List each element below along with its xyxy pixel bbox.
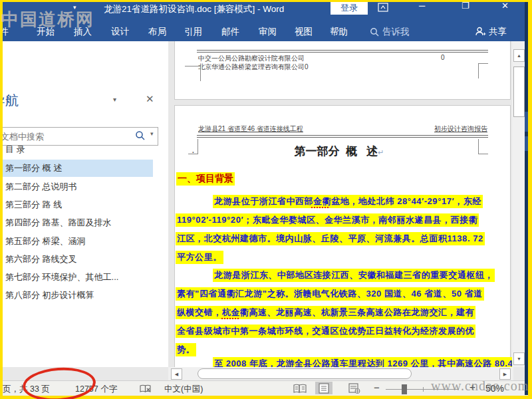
footer-company-2: 北京华通公路桥梁监理咨询有限公司0 xyxy=(198,63,309,72)
frame-border xyxy=(528,0,532,399)
body-line[interactable]: 至 2008 年底，龙游全县公路通车里程达到 1269 公里，其中高速公路 80… xyxy=(213,357,512,367)
nav-pane-close-icon[interactable]: ✕ xyxy=(146,93,154,105)
page-previous: 中交一公局公路勘察设计院有限公司 0 北京华通公路桥梁监理咨询有限公司0 xyxy=(174,41,511,100)
body-line[interactable]: 江区，北交杭州建德市。境内山脉、丘陵、平原、河流兼具。总面积1138. 72 xyxy=(176,232,485,245)
section-title-text: 第一部分 概 述 xyxy=(295,145,378,158)
body-line[interactable]: 纵横交错，杭金衢高速、龙丽高速、杭新景三条高速公路在龙游交汇，建有 xyxy=(176,306,475,319)
frame-border xyxy=(0,0,3,399)
body-line[interactable]: 119°02′-119°20′；东毗金华婺城区、金华兰溪市，南邻丽水遂昌县，西接… xyxy=(176,213,479,227)
nav-heading-toc[interactable]: 目 录 xyxy=(0,141,153,158)
ribbon-display-options-icon[interactable] xyxy=(378,3,388,12)
horizontal-scrollbar[interactable]: ◀ ▶ xyxy=(168,367,513,380)
tell-me-search-icon[interactable] xyxy=(370,27,379,37)
proofing-error-icon[interactable] xyxy=(140,384,152,394)
nav-heading-part8[interactable]: 第八部分 初步设计概算 xyxy=(0,287,153,304)
share-person-icon[interactable] xyxy=(475,27,486,37)
zoom-slider-thumb[interactable] xyxy=(402,384,407,394)
zoom-out-button[interactable]: − xyxy=(374,382,380,393)
document-section-title[interactable]: 第一部分 概 述↵ xyxy=(175,144,503,159)
scroll-up-icon[interactable]: ▲ xyxy=(513,49,525,62)
minimize-button[interactable]: ─ xyxy=(419,1,425,11)
language-status[interactable]: 中文(中国) xyxy=(164,384,203,395)
footer-company-1: 中交一公局公路勘察设计院有限公司 xyxy=(198,54,305,63)
tab-home[interactable]: 开始 xyxy=(37,26,55,38)
read-mode-button[interactable] xyxy=(291,382,309,394)
body-line[interactable]: 平方公里。 xyxy=(176,251,223,264)
document-canvas[interactable]: 中交一公局公路勘察设计院有限公司 0 北京华通公路桥梁监理咨询有限公司0 龙游县… xyxy=(168,41,512,367)
nav-heading-part5[interactable]: 第五部分 桥梁、涵洞 xyxy=(0,233,153,250)
body-line[interactable]: 龙游是浙江东、中部地区连接江西、安徽和福建三省的重要交通枢纽， xyxy=(213,269,495,282)
nav-pane-dropdown-icon[interactable]: ▾ xyxy=(113,96,116,103)
window-title: 龙游21省道路初设咨询.doc [兼容模式] - Word xyxy=(104,3,284,15)
share-button[interactable]: 共享 xyxy=(489,26,507,38)
navigation-pane-title: 导航 xyxy=(0,92,19,110)
zoom-slider-center-tick xyxy=(423,387,424,392)
tab-design[interactable]: 设计 xyxy=(111,26,129,38)
zoom-in-button[interactable]: + xyxy=(469,381,475,392)
paragraph-mark: ↵ xyxy=(378,148,384,156)
header-left: 龙游县21 省道至46 省道连接线工程 xyxy=(198,124,303,134)
scroll-left-icon[interactable]: ◀ xyxy=(171,368,182,380)
scroll-right-icon[interactable]: ▶ xyxy=(499,368,511,380)
print-layout-button[interactable] xyxy=(315,382,332,394)
footer-page-number: 0 xyxy=(441,54,445,61)
tab-review[interactable]: 审阅 xyxy=(259,26,277,38)
nav-heading-part1[interactable]: 第一部分 概 述 xyxy=(0,160,153,177)
vertical-scrollbar[interactable]: ▲ ▼ xyxy=(512,41,525,367)
header-right: 初步设计咨询报告 xyxy=(434,124,487,134)
frame-border xyxy=(0,0,532,2)
nav-heading-part6[interactable]: 第六部分 路线交叉 xyxy=(0,251,153,268)
zoom-slider-track[interactable] xyxy=(386,389,459,390)
navigation-pane: 导航 ▾ ✕ 在文档中搜索 ▾ 标题 页面 结果 目 录 第一部分 概 述 第二… xyxy=(0,41,169,367)
margin-mark xyxy=(191,66,201,81)
web-layout-button[interactable] xyxy=(346,382,363,394)
spellcheck-squiggle xyxy=(311,207,329,208)
scroll-down-icon[interactable]: ▼ xyxy=(513,352,525,365)
maximize-button[interactable]: ❐ xyxy=(462,1,469,11)
login-button[interactable]: 登录 xyxy=(331,1,368,15)
search-magnifier-icon[interactable] xyxy=(135,130,145,140)
tab-layout[interactable]: 布局 xyxy=(148,26,166,38)
search-dropdown-icon[interactable]: ▾ xyxy=(150,130,154,137)
nav-heading-part3[interactable]: 第三部分 路 线 xyxy=(0,196,153,213)
tab-mailings[interactable]: 邮件 xyxy=(221,26,239,38)
body-line[interactable]: 全省县级城市中第一条城市环线，交通区位优势正日益转化为经济发展的优 xyxy=(176,325,475,338)
body-line[interactable]: 龙游县位于浙江省中西部金衢盆地，地处北纬 28°44′-29°17′，东经 xyxy=(213,195,483,208)
horizontal-scroll-thumb[interactable] xyxy=(198,368,412,379)
body-line[interactable]: 素有"四省通衢汇龙游"之称。浙赣电气化铁路、320 国道、46 省道、50 省道 xyxy=(176,287,484,301)
tab-help[interactable]: 帮助 xyxy=(330,26,348,38)
tab-view[interactable]: 视图 xyxy=(295,26,313,38)
heading-project-background[interactable]: 一、项目背景 xyxy=(176,172,235,186)
nav-heading-part7[interactable]: 第七部分 环境保护、其他工... xyxy=(0,269,153,286)
spellcheck-squiggle xyxy=(221,318,239,319)
margin-mark xyxy=(478,63,488,78)
tab-references[interactable]: 引用 xyxy=(184,26,202,38)
tab-insert[interactable]: 插入 xyxy=(74,26,92,38)
nav-heading-part4[interactable]: 第四部分 路基、路面及排水 xyxy=(0,214,153,231)
word-window: ▾ 龙游21省道路初设咨询.doc [兼容模式] - Word 登录 ─ ❐ ✕… xyxy=(0,0,532,399)
quick-access-dropdown-icon[interactable]: ▾ xyxy=(73,4,76,11)
zoom-percentage[interactable]: 50% xyxy=(485,383,504,394)
nav-heading-part2[interactable]: 第二部分 总说明书 xyxy=(0,178,153,196)
close-button[interactable]: ✕ xyxy=(501,1,509,11)
annotation-circle-page-count xyxy=(21,365,96,399)
tell-me-box[interactable]: 告诉我 xyxy=(382,26,410,38)
vertical-scroll-thumb[interactable] xyxy=(513,66,525,117)
body-line[interactable]: 势。 xyxy=(176,343,196,356)
